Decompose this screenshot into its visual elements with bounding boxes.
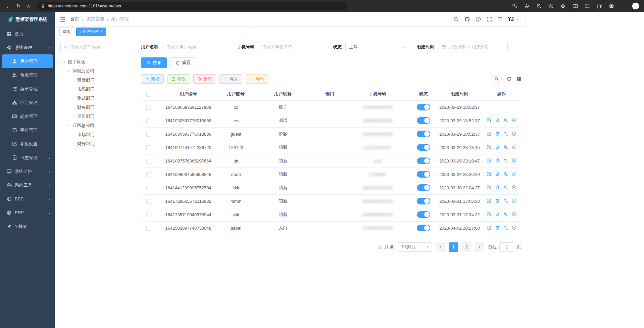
- copilot-icon[interactable]: [631, 1, 641, 11]
- row-reset-password-icon[interactable]: [503, 212, 508, 217]
- export-button[interactable]: 导出: [246, 74, 268, 84]
- reset-button[interactable]: 重置: [170, 57, 196, 68]
- tree-node[interactable]: 市场部门: [60, 85, 136, 94]
- row-reset-password-icon[interactable]: [503, 225, 508, 230]
- user-logo-avatar[interactable]: YJ: [508, 16, 513, 22]
- tab-user-mgmt[interactable]: ● 用户管理 ×: [76, 28, 106, 36]
- fullscreen-icon[interactable]: [487, 16, 492, 22]
- sidebar-item-post-mgmt[interactable]: 岗位管理: [0, 109, 55, 123]
- row-assign-role-icon[interactable]: [512, 212, 516, 217]
- row-edit-icon[interactable]: [487, 145, 491, 149]
- row-reset-password-icon[interactable]: [503, 198, 508, 203]
- row-checkbox[interactable]: [146, 145, 151, 150]
- date-range-picker[interactable]: 开始日期 - 结束日期: [438, 42, 508, 52]
- row-reset-password-icon[interactable]: [503, 131, 508, 136]
- status-toggle[interactable]: [417, 157, 430, 164]
- row-reset-password-icon[interactable]: [503, 145, 508, 149]
- page-button-1[interactable]: 1: [449, 242, 458, 252]
- row-reset-password-icon[interactable]: [503, 158, 508, 163]
- sidebar-item-system[interactable]: 系统管理 ∧: [0, 41, 55, 54]
- column-settings-icon[interactable]: [516, 77, 521, 81]
- row-edit-icon[interactable]: [487, 225, 491, 230]
- tree-node[interactable]: ▾ 江西总公司: [60, 121, 136, 130]
- sidebar-fold-icon[interactable]: [59, 16, 66, 22]
- delete-button[interactable]: 删除: [193, 74, 216, 84]
- status-toggle[interactable]: [417, 117, 430, 124]
- row-assign-role-icon[interactable]: [512, 198, 516, 203]
- sidebar-item-yi-framework[interactable]: Yi框架: [0, 220, 55, 233]
- browser-back-button[interactable]: ←: [3, 1, 13, 11]
- row-assign-role-icon[interactable]: [512, 145, 516, 149]
- status-toggle[interactable]: [417, 184, 430, 191]
- row-checkbox[interactable]: [146, 199, 151, 204]
- github-icon[interactable]: [464, 16, 470, 22]
- tab-close-icon[interactable]: ×: [100, 29, 103, 34]
- sidebar-item-dept-mgmt[interactable]: 部门管理: [0, 96, 55, 109]
- row-edit-icon[interactable]: [487, 131, 491, 136]
- tree-caret-icon[interactable]: ▾: [66, 69, 71, 73]
- browser-home-button[interactable]: ⌂: [23, 1, 34, 11]
- row-assign-role-icon[interactable]: [512, 185, 516, 190]
- search-button[interactable]: 搜索: [141, 57, 167, 68]
- toggle-search-button[interactable]: [492, 74, 502, 84]
- tree-node[interactable]: 测试部门: [60, 94, 136, 103]
- goto-page-input[interactable]: [499, 242, 514, 252]
- row-delete-icon[interactable]: [495, 198, 500, 203]
- row-reset-password-icon[interactable]: [503, 185, 508, 190]
- row-delete-icon[interactable]: [495, 118, 500, 123]
- row-edit-icon[interactable]: [487, 118, 491, 123]
- edit-button[interactable]: 修改: [167, 74, 190, 84]
- extensions-icon[interactable]: [558, 1, 568, 11]
- select-all-checkbox[interactable]: [146, 92, 151, 97]
- add-button[interactable]: 新增: [141, 74, 164, 84]
- status-select[interactable]: 正常 ▾: [345, 42, 409, 52]
- next-page-button[interactable]: ›: [475, 242, 484, 252]
- page-size-select[interactable]: 10条/页 ▾: [398, 242, 432, 252]
- sidebar-item-menu-mgmt[interactable]: 菜单管理: [0, 82, 55, 96]
- page-button-2[interactable]: 2: [462, 242, 471, 252]
- status-toggle[interactable]: [417, 198, 430, 204]
- sidebar-item-bbs[interactable]: BBS ∨: [0, 192, 55, 206]
- row-checkbox[interactable]: [146, 226, 151, 231]
- sidebar-item-home[interactable]: 首页: [0, 27, 55, 41]
- chevron-down-icon[interactable]: ∨: [516, 17, 518, 21]
- row-checkbox[interactable]: [146, 159, 151, 163]
- zoom-out-icon[interactable]: [534, 1, 544, 11]
- row-delete-icon[interactable]: [495, 145, 500, 149]
- phone-input[interactable]: [258, 42, 325, 52]
- username-input[interactable]: [162, 42, 229, 52]
- dept-search-input[interactable]: [70, 45, 133, 50]
- breadcrumb-system[interactable]: 系统管理: [87, 16, 104, 22]
- favorites-bar-icon[interactable]: [582, 1, 592, 11]
- sidebar-item-role-mgmt[interactable]: 角色管理: [0, 68, 55, 82]
- tab-home[interactable]: 首页: [59, 28, 74, 36]
- help-icon[interactable]: [476, 16, 481, 22]
- status-toggle[interactable]: [417, 104, 430, 110]
- tree-node[interactable]: ▾ 深圳总公司: [60, 66, 136, 76]
- row-reset-password-icon[interactable]: [503, 172, 508, 176]
- row-checkbox[interactable]: [146, 213, 151, 217]
- browser-profile-avatar[interactable]: [606, 1, 616, 11]
- row-delete-icon[interactable]: [495, 212, 500, 217]
- collections-icon[interactable]: [594, 1, 604, 11]
- tree-node[interactable]: 运维部门: [60, 112, 136, 121]
- refresh-table-icon[interactable]: [507, 77, 511, 81]
- sidebar-item-tools[interactable]: 系统工具 ∨: [0, 178, 55, 192]
- row-edit-icon[interactable]: [487, 198, 491, 203]
- add-favorite-icon[interactable]: [546, 1, 556, 11]
- status-toggle[interactable]: [417, 211, 430, 218]
- tree-node[interactable]: ▾ 橙子科技: [60, 57, 136, 66]
- row-checkbox[interactable]: [146, 105, 151, 110]
- row-edit-icon[interactable]: [487, 158, 491, 163]
- tree-caret-icon[interactable]: ▾: [66, 124, 71, 127]
- row-delete-icon[interactable]: [495, 172, 500, 176]
- sidebar-item-log-mgmt[interactable]: 日志管理 ∨: [0, 151, 55, 165]
- tree-node[interactable]: 财务部门: [60, 139, 136, 148]
- tree-node[interactable]: 财务部门: [60, 103, 136, 112]
- row-edit-icon[interactable]: [487, 185, 491, 190]
- sidebar-item-user-mgmt[interactable]: 用户管理: [2, 54, 53, 68]
- row-delete-icon[interactable]: [495, 225, 500, 230]
- sidebar-item-monitor[interactable]: 系统监控 ∨: [0, 165, 55, 178]
- tree-node[interactable]: 研发部门: [60, 76, 136, 85]
- password-key-icon[interactable]: [510, 1, 520, 11]
